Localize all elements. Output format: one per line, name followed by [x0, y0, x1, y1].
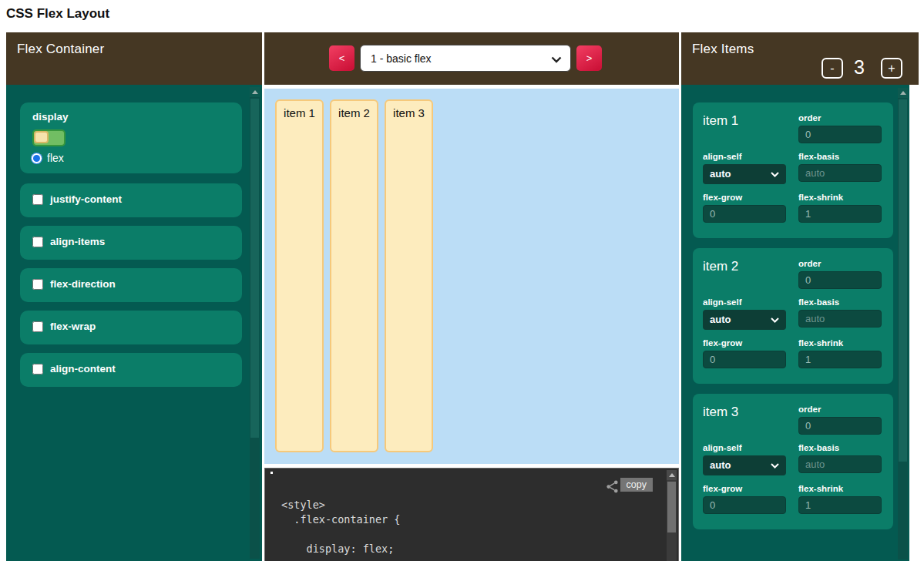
flex-basis-input[interactable]	[798, 310, 882, 328]
order-input[interactable]	[798, 417, 882, 435]
app-root: CSS Flex Layout Flex Container display f…	[0, 0, 924, 561]
flex-grow-label: flex-grow	[703, 484, 786, 493]
flex-shrink-input[interactable]	[798, 205, 882, 223]
scrollbar-thumb[interactable]	[250, 99, 259, 438]
display-toggle[interactable]	[32, 129, 66, 146]
flex-basis-input[interactable]	[798, 455, 882, 473]
chevron-down-icon	[551, 56, 562, 63]
flex-shrink-input[interactable]	[798, 351, 882, 368]
scroll-up-icon[interactable]	[250, 87, 260, 97]
flex-wrap-label: flex-wrap	[50, 321, 96, 332]
flex-basis-label: flex-basis	[798, 297, 882, 307]
code-text: <style> .flex-container { display: flex;	[281, 498, 400, 556]
example-select-value: 1 - basic flex	[371, 52, 432, 65]
flex-preview-container: item 1 item 2 item 3	[264, 89, 679, 464]
flex-basis-label: flex-basis	[798, 152, 882, 161]
flex-container-title: Flex Container	[17, 42, 104, 57]
property-card-justify-content: justify-content	[20, 183, 242, 217]
item-2-card: item 2 order align-self auto flex-basis	[693, 248, 893, 384]
align-items-checkbox[interactable]	[32, 237, 43, 247]
flex-container-body: display flex justify-content align-items	[6, 85, 262, 561]
preview-flex-item: item 3	[385, 99, 433, 452]
flex-direction-checkbox[interactable]	[32, 279, 43, 290]
add-item-button[interactable]: +	[881, 58, 902, 79]
flex-container-header: Flex Container	[6, 32, 262, 85]
align-content-checkbox[interactable]	[32, 364, 43, 375]
flex-grow-label: flex-grow	[703, 193, 786, 202]
flex-grow-input[interactable]	[703, 351, 786, 368]
flex-shrink-input[interactable]	[798, 496, 882, 514]
align-self-label: align-self	[703, 152, 786, 161]
item-card-title: item 1	[703, 113, 738, 128]
align-content-label: align-content	[50, 363, 116, 375]
items-panel-scrollbar[interactable]	[898, 88, 908, 559]
item-count: 3	[854, 56, 865, 79]
toggle-knob-icon	[34, 131, 49, 143]
property-card-align-items: align-items	[20, 226, 242, 260]
item-1-card: item 1 order align-self auto flex-basis	[693, 102, 893, 238]
justify-content-label: justify-content	[50, 193, 122, 205]
item-card-title: item 3	[703, 405, 738, 419]
order-label: order	[798, 405, 882, 414]
code-scrollbar[interactable]	[667, 470, 677, 561]
scrollbar-thumb[interactable]	[899, 99, 907, 462]
next-example-button[interactable]: >	[576, 45, 602, 71]
scroll-up-icon[interactable]	[898, 88, 908, 98]
flex-direction-label: flex-direction	[50, 278, 116, 290]
flex-items-body: item 1 order align-self auto flex-basis	[681, 85, 909, 561]
display-flex-radio-label: flex	[47, 152, 64, 164]
flex-shrink-label: flex-shrink	[798, 338, 882, 348]
order-label: order	[798, 113, 882, 123]
align-self-label: align-self	[703, 443, 786, 452]
align-self-value: auto	[710, 459, 731, 471]
justify-content-checkbox[interactable]	[32, 194, 43, 205]
preview-flex-item: item 2	[330, 99, 378, 452]
display-label: display	[32, 111, 69, 123]
align-self-select[interactable]: auto	[703, 455, 786, 475]
prev-example-button[interactable]: <	[329, 45, 354, 71]
property-card-flex-direction: flex-direction	[20, 268, 242, 302]
code-bullet-icon	[270, 472, 273, 474]
flex-shrink-label: flex-shrink	[798, 484, 882, 493]
flex-shrink-label: flex-shrink	[798, 193, 882, 202]
align-self-value: auto	[710, 168, 731, 180]
align-items-label: align-items	[50, 236, 105, 247]
chevron-down-icon	[771, 463, 779, 469]
page-title: CSS Flex Layout	[6, 6, 109, 22]
item-card-title: item 2	[703, 259, 738, 274]
chevron-down-icon	[771, 172, 779, 177]
align-self-select[interactable]: auto	[703, 310, 786, 330]
align-self-label: align-self	[703, 297, 786, 307]
flex-basis-input[interactable]	[798, 164, 882, 182]
align-self-select[interactable]: auto	[703, 164, 786, 184]
remove-item-button[interactable]: -	[822, 58, 843, 79]
flex-grow-input[interactable]	[703, 205, 786, 223]
flex-basis-label: flex-basis	[798, 443, 882, 452]
preview-header: < 1 - basic flex >	[264, 32, 679, 85]
display-card: display flex	[20, 102, 242, 173]
container-panel-scrollbar[interactable]	[250, 87, 260, 559]
chevron-down-icon	[771, 317, 779, 323]
flex-wrap-checkbox[interactable]	[32, 321, 43, 332]
property-card-align-content: align-content	[20, 353, 242, 387]
align-self-value: auto	[710, 314, 731, 325]
copy-button[interactable]: copy	[620, 478, 653, 492]
flex-grow-label: flex-grow	[703, 338, 786, 348]
order-input[interactable]	[798, 126, 882, 143]
example-select[interactable]: 1 - basic flex	[360, 45, 571, 72]
flex-grow-input[interactable]	[703, 496, 786, 514]
item-3-card: item 3 order align-self auto flex-basis	[693, 394, 893, 529]
scrollbar-thumb[interactable]	[667, 482, 676, 532]
code-panel: <style> .flex-container { display: flex;…	[264, 468, 679, 561]
scroll-up-icon[interactable]	[667, 470, 677, 480]
preview-flex-item: item 1	[275, 99, 324, 452]
flex-items-title: Flex Items	[692, 42, 754, 57]
display-flex-radio[interactable]	[31, 153, 42, 164]
order-input[interactable]	[798, 271, 882, 289]
order-label: order	[798, 259, 882, 268]
flex-items-header: Flex Items - 3 +	[681, 32, 919, 85]
share-icon[interactable]	[605, 479, 620, 494]
property-card-flex-wrap: flex-wrap	[20, 311, 242, 344]
